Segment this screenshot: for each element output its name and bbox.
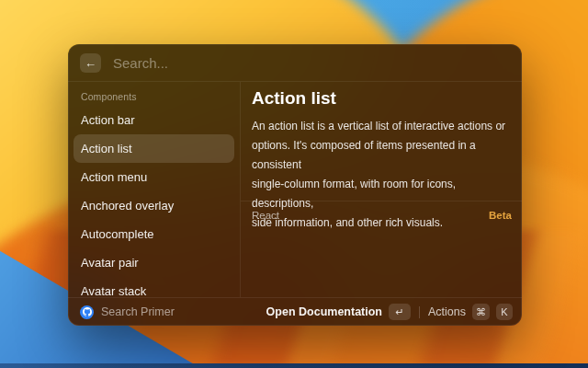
framework-label: React bbox=[252, 210, 279, 221]
sidebar-item-action-menu[interactable]: Action menu bbox=[74, 163, 234, 191]
beta-badge: Beta bbox=[489, 210, 512, 221]
detail-title: Action list bbox=[252, 88, 518, 109]
footer-bar: Search Primer Open Documentation ↵ Actio… bbox=[68, 297, 522, 326]
actions-label: Actions bbox=[428, 305, 466, 318]
sidebar-item-action-bar[interactable]: Action bar bbox=[74, 106, 234, 134]
back-arrow-icon: ← bbox=[85, 56, 96, 70]
sidebar-item-action-list[interactable]: Action list bbox=[74, 134, 234, 163]
desktop: ← Components Action bar Action list Acti… bbox=[0, 0, 588, 368]
launcher-window: ← Components Action bar Action list Acti… bbox=[68, 44, 522, 326]
wallpaper-bottom-strip bbox=[0, 363, 588, 368]
detail-content: Action list An action list is a vertical… bbox=[241, 82, 522, 201]
search-input[interactable] bbox=[111, 54, 510, 72]
open-documentation-label: Open Documentation bbox=[266, 305, 382, 318]
components-sidebar: Components Action bar Action list Action… bbox=[68, 82, 241, 297]
command-key-icon: ⌘ bbox=[472, 304, 490, 320]
sidebar-item-autocomplete[interactable]: Autocomplete bbox=[74, 220, 234, 248]
window-body: Components Action bar Action list Action… bbox=[68, 82, 522, 297]
open-documentation-button[interactable]: Open Documentation ↵ bbox=[266, 304, 411, 320]
back-button[interactable]: ← bbox=[80, 53, 101, 73]
actions-menu-button[interactable]: Actions ⌘ K bbox=[428, 304, 513, 320]
meta-row: React Beta bbox=[241, 201, 522, 228]
return-key-icon: ↵ bbox=[389, 304, 411, 320]
k-key-icon: K bbox=[496, 304, 513, 320]
app-name: Search Primer bbox=[101, 305, 175, 318]
footer-actions: Open Documentation ↵ Actions ⌘ K bbox=[266, 304, 513, 320]
sidebar-item-avatar-pair[interactable]: Avatar pair bbox=[74, 248, 234, 277]
section-header: Components bbox=[81, 91, 234, 102]
footer-divider bbox=[419, 306, 420, 318]
search-bar: ← bbox=[68, 44, 522, 82]
github-icon bbox=[80, 305, 94, 319]
detail-panel: Action list An action list is a vertical… bbox=[241, 82, 522, 297]
sidebar-item-anchored-overlay[interactable]: Anchored overlay bbox=[74, 191, 234, 220]
